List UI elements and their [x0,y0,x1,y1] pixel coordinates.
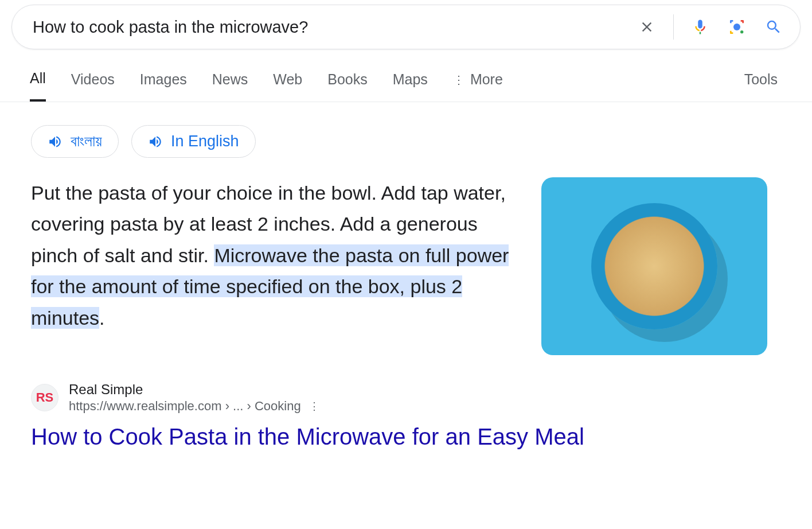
tab-more[interactable]: ⋮ More [453,70,503,102]
result-url[interactable]: https://www.realsimple.com › ... › Cooki… [69,399,301,414]
svg-point-1 [740,30,743,33]
snippet-text: Put the pasta of your choice in the bowl… [31,177,513,333]
chip-english-label: In English [171,133,239,150]
more-vert-icon: ⋮ [453,74,464,85]
snippet-after: . [99,307,104,329]
language-chips: বাংলায় In English [31,125,801,158]
lens-icon[interactable] [727,17,747,37]
search-bar-icons [637,14,784,40]
speaker-icon [48,134,63,149]
search-icon[interactable] [763,17,784,37]
result-source: RS Real Simple https://www.realsimple.co… [31,382,801,414]
tabs-row: All Videos Images News Web Books Maps ⋮ … [0,49,812,102]
tools-button[interactable]: Tools [744,71,801,100]
tab-web[interactable]: Web [273,70,302,102]
search-input[interactable] [33,18,637,37]
svg-point-0 [733,24,740,30]
tab-news[interactable]: News [212,70,248,102]
chip-bengali[interactable]: বাংলায় [31,125,119,158]
thumbnail-pasta-bowl [591,203,717,329]
results-content: বাংলায় In English Put the pasta of your… [0,102,812,450]
chip-english[interactable]: In English [131,125,256,158]
result-menu-icon[interactable]: ⋮ [309,400,319,413]
tab-books[interactable]: Books [327,70,367,102]
divider [673,14,674,40]
result-url-row: https://www.realsimple.com › ... › Cooki… [69,399,319,414]
search-bar [11,5,801,49]
snippet-thumbnail[interactable] [541,177,767,355]
tab-all[interactable]: All [30,70,46,102]
tab-videos[interactable]: Videos [71,70,115,102]
clear-icon[interactable] [637,17,657,37]
result-title-link[interactable]: How to Cook Pasta in the Microwave for a… [31,424,801,450]
tab-images[interactable]: Images [140,70,187,102]
speaker-icon [148,134,163,149]
result-source-info: Real Simple https://www.realsimple.com ›… [69,382,319,414]
chip-bengali-label: বাংলায় [71,133,102,150]
mic-icon[interactable] [690,17,710,37]
tab-more-label: More [470,71,503,88]
featured-snippet: Put the pasta of your choice in the bowl… [31,177,801,355]
result-favicon[interactable]: RS [31,384,58,411]
result-site-name[interactable]: Real Simple [69,382,319,398]
tab-maps[interactable]: Maps [393,70,428,102]
tabs: All Videos Images News Web Books Maps ⋮ … [30,70,744,102]
